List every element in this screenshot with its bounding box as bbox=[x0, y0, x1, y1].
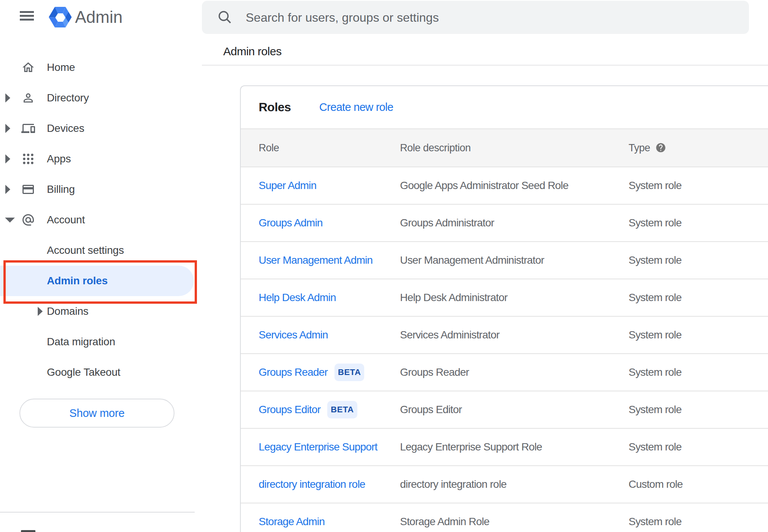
roles-card-title: Roles bbox=[259, 86, 291, 128]
sidebar-item-label: Billing bbox=[47, 174, 75, 205]
table-row: Groups Admin Groups Administrator System… bbox=[241, 205, 768, 242]
role-description: Legacy Enterprise Support Role bbox=[400, 429, 542, 465]
role-link[interactable]: Groups Admin bbox=[259, 205, 323, 241]
hamburger-menu-icon[interactable] bbox=[20, 11, 34, 21]
roles-table-body: Super Admin Google Apps Administrator Se… bbox=[241, 167, 768, 532]
expand-arrow-icon[interactable] bbox=[5, 93, 10, 103]
search-icon bbox=[216, 9, 233, 26]
role-link[interactable]: Groups Reader bbox=[259, 366, 328, 378]
beta-badge: BETA bbox=[334, 364, 364, 381]
sidebar-item-label: Directory bbox=[47, 83, 89, 113]
table-row: Services Admin Services Administrator Sy… bbox=[241, 317, 768, 354]
role-type: System role bbox=[629, 391, 682, 428]
role-description: directory integration role bbox=[400, 466, 507, 503]
role-link[interactable]: Storage Admin bbox=[259, 503, 325, 532]
beta-badge: BETA bbox=[327, 401, 357, 418]
collapse-arrow-icon[interactable] bbox=[5, 218, 15, 223]
search-placeholder: Search for users, groups or settings bbox=[246, 1, 439, 34]
table-row: Groups ReaderBETA Groups Reader System r… bbox=[241, 354, 768, 391]
role-type: System role bbox=[629, 317, 682, 353]
column-header-type: Type bbox=[629, 129, 650, 167]
home-icon bbox=[21, 61, 35, 74]
role-link[interactable]: Super Admin bbox=[259, 167, 317, 204]
roles-card-header: Roles Create new role bbox=[241, 86, 768, 128]
column-header-role: Role bbox=[259, 129, 279, 167]
sidebar-divider bbox=[0, 512, 195, 513]
sidebar-item-google-takeout[interactable]: Google Takeout bbox=[0, 357, 197, 388]
page-title: Admin roles bbox=[223, 43, 282, 60]
table-row: Legacy Enterprise Support Legacy Enterpr… bbox=[241, 429, 768, 466]
table-row: User Management Admin User Management Ad… bbox=[241, 242, 768, 279]
annotation-highlight-box bbox=[3, 260, 197, 304]
expand-arrow-icon[interactable] bbox=[38, 307, 43, 316]
role-description: User Management Administrator bbox=[400, 242, 544, 279]
table-row: Help Desk Admin Help Desk Administrator … bbox=[241, 279, 768, 317]
role-link[interactable]: Services Admin bbox=[259, 317, 328, 353]
role-link-with-badge[interactable]: Groups ReaderBETA bbox=[259, 354, 364, 391]
roles-card: Roles Create new role Role Role descript… bbox=[240, 85, 768, 532]
role-description: Services Administrator bbox=[400, 317, 499, 353]
role-type: Custom role bbox=[629, 466, 683, 503]
credit-card-icon bbox=[21, 183, 35, 196]
role-link[interactable]: Legacy Enterprise Support bbox=[259, 429, 378, 465]
person-icon bbox=[21, 91, 35, 105]
expand-arrow-icon[interactable] bbox=[5, 154, 10, 163]
role-type: System role bbox=[629, 205, 682, 241]
role-link[interactable]: Help Desk Admin bbox=[259, 279, 336, 316]
table-row: Storage Admin Storage Admin Role System … bbox=[241, 503, 768, 532]
role-description: Groups Editor bbox=[400, 391, 462, 428]
role-type: System role bbox=[629, 429, 682, 465]
role-type: System role bbox=[629, 279, 682, 316]
sidebar-item-account[interactable]: Account bbox=[0, 205, 197, 235]
role-link-with-badge[interactable]: Groups EditorBETA bbox=[259, 391, 357, 428]
table-header-row: Role Role description Type bbox=[241, 128, 768, 167]
column-header-description: Role description bbox=[400, 129, 471, 167]
google-admin-logo bbox=[49, 6, 72, 29]
sidebar-item-label: Account bbox=[47, 205, 85, 235]
sidebar-item-label: Data migration bbox=[47, 327, 115, 357]
role-description: Google Apps Administrator Seed Role bbox=[400, 167, 568, 204]
role-link[interactable]: Groups Editor bbox=[259, 404, 320, 415]
role-type: System role bbox=[629, 503, 682, 532]
sidebar-item-label: Apps bbox=[47, 144, 71, 174]
apps-grid-icon bbox=[21, 152, 35, 166]
search-bar[interactable]: Search for users, groups or settings bbox=[202, 1, 749, 34]
role-type: System role bbox=[629, 354, 682, 391]
sidebar-item-home[interactable]: Home bbox=[0, 52, 197, 83]
sidebar-item-apps[interactable]: Apps bbox=[0, 144, 197, 174]
show-more-button[interactable]: Show more bbox=[19, 399, 174, 428]
role-type: System role bbox=[629, 242, 682, 279]
sidebar-item-label: Google Takeout bbox=[47, 357, 120, 388]
table-row: directory integration role directory int… bbox=[241, 466, 768, 503]
devices-icon bbox=[21, 122, 35, 135]
partial-icon bbox=[21, 530, 35, 532]
sidebar-item-label: Devices bbox=[47, 113, 84, 144]
sidebar-item-directory[interactable]: Directory bbox=[0, 83, 197, 113]
sidebar-item-label: Home bbox=[47, 52, 75, 83]
sidebar-item-billing[interactable]: Billing bbox=[0, 174, 197, 205]
role-type: System role bbox=[629, 167, 682, 204]
role-link[interactable]: directory integration role bbox=[259, 466, 365, 503]
sidebar-item-data-migration[interactable]: Data migration bbox=[0, 327, 197, 357]
table-row: Super Admin Google Apps Administrator Se… bbox=[241, 167, 768, 205]
at-sign-icon bbox=[21, 213, 35, 227]
role-link[interactable]: User Management Admin bbox=[259, 242, 373, 279]
sidebar-item-devices[interactable]: Devices bbox=[0, 113, 197, 144]
role-description: Groups Reader bbox=[400, 354, 469, 391]
expand-arrow-icon[interactable] bbox=[5, 185, 10, 194]
table-row: Groups EditorBETA Groups Editor System r… bbox=[241, 391, 768, 429]
role-description: Groups Administrator bbox=[400, 205, 494, 241]
help-icon[interactable] bbox=[655, 142, 666, 153]
role-description: Help Desk Administrator bbox=[400, 279, 507, 316]
brand-name: Admin bbox=[75, 7, 123, 27]
role-description: Storage Admin Role bbox=[400, 503, 490, 532]
expand-arrow-icon[interactable] bbox=[5, 124, 10, 133]
title-divider bbox=[202, 65, 768, 66]
create-new-role-link[interactable]: Create new role bbox=[319, 86, 393, 128]
